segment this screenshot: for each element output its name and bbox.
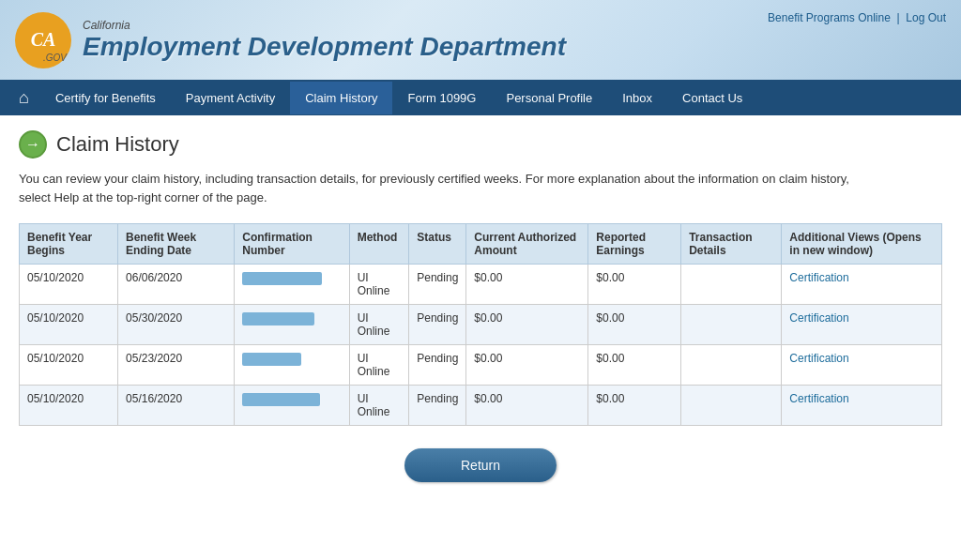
cell-reported-earnings: $0.00 — [588, 345, 681, 386]
col-current-authorized-amount: Current Authorized Amount — [466, 224, 588, 265]
redacted-confirmation — [242, 312, 314, 325]
cell-current-authorized-amount: $0.00 — [466, 265, 588, 305]
redacted-confirmation — [242, 393, 320, 406]
cell-benefit-year-begins: 05/10/2020 — [20, 305, 118, 345]
col-transaction-details: Transaction Details — [681, 224, 782, 265]
redacted-confirmation — [242, 353, 301, 366]
page-content: → Claim History You can review your clai… — [0, 115, 961, 497]
cell-additional-views[interactable]: Certification — [782, 345, 942, 386]
cell-status: Pending — [409, 265, 466, 305]
cell-confirmation-number — [235, 386, 349, 426]
col-reported-earnings: Reported Earnings — [588, 224, 681, 265]
top-right-links: Benefit Programs Online | Log Out — [768, 8, 946, 24]
cell-reported-earnings: $0.00 — [588, 305, 681, 345]
col-method: Method — [349, 224, 409, 265]
logo-area: CA .GOV California Employment Developmen… — [15, 12, 566, 68]
table-row: 05/10/202005/16/2020UI OnlinePending$0.0… — [20, 386, 942, 426]
cell-benefit-week-ending: 05/30/2020 — [118, 305, 235, 345]
certification-link[interactable]: Certification — [789, 392, 848, 405]
redacted-confirmation — [242, 272, 322, 285]
cell-benefit-year-begins: 05/10/2020 — [20, 386, 118, 426]
dept-title: Employment Development Department — [83, 32, 566, 62]
certification-link[interactable]: Certification — [789, 311, 848, 325]
ca-gov-logo: CA .GOV — [15, 12, 71, 68]
table-row: 05/10/202006/06/2020UI OnlinePending$0.0… — [20, 265, 942, 305]
page-title-icon: → — [19, 130, 47, 159]
certification-link[interactable]: Certification — [789, 271, 848, 284]
cell-current-authorized-amount: $0.00 — [466, 345, 588, 386]
cell-benefit-week-ending: 05/23/2020 — [118, 345, 235, 386]
cell-method: UI Online — [349, 265, 409, 305]
cell-reported-earnings: $0.00 — [588, 386, 681, 426]
page-title: Claim History — [56, 132, 179, 157]
dept-title-area: California Employment Development Depart… — [83, 19, 566, 62]
table-header-row: Benefit Year Begins Benefit Week Ending … — [20, 224, 942, 265]
cell-reported-earnings: $0.00 — [588, 265, 681, 305]
cell-current-authorized-amount: $0.00 — [466, 305, 588, 345]
cell-status: Pending — [409, 386, 466, 426]
cell-benefit-week-ending: 05/16/2020 — [118, 386, 235, 426]
col-additional-views: Additional Views (Opens in new window) — [782, 224, 942, 265]
col-benefit-week-ending: Benefit Week Ending Date — [118, 224, 235, 265]
claim-history-table: Benefit Year Begins Benefit Week Ending … — [19, 223, 942, 426]
nav-contact-us[interactable]: Contact Us — [667, 82, 757, 114]
nav-inbox[interactable]: Inbox — [607, 82, 667, 114]
return-btn-row: Return — [19, 448, 942, 482]
nav-payment-activity[interactable]: Payment Activity — [171, 82, 290, 114]
nav-personal-profile[interactable]: Personal Profile — [491, 82, 607, 114]
nav-bar: ⌂ Certify for Benefits Payment Activity … — [0, 80, 961, 115]
page-description: You can review your claim history, inclu… — [19, 170, 863, 206]
cell-transaction-details — [681, 386, 782, 426]
nav-home-icon[interactable]: ⌂ — [8, 81, 40, 115]
header: CA .GOV California Employment Developmen… — [0, 0, 961, 80]
table-row: 05/10/202005/30/2020UI OnlinePending$0.0… — [20, 305, 942, 345]
nav-form-1099g[interactable]: Form 1099G — [392, 82, 491, 114]
cell-method: UI Online — [349, 305, 409, 345]
cell-current-authorized-amount: $0.00 — [466, 386, 588, 426]
table-row: 05/10/202005/23/2020UI OnlinePending$0.0… — [20, 345, 942, 386]
cell-confirmation-number — [235, 345, 349, 386]
cell-transaction-details — [681, 265, 782, 305]
cell-status: Pending — [409, 345, 466, 386]
benefit-programs-link[interactable]: Benefit Programs Online — [768, 11, 891, 24]
col-status: Status — [409, 224, 466, 265]
cell-benefit-week-ending: 06/06/2020 — [118, 265, 235, 305]
cell-method: UI Online — [349, 345, 409, 386]
cell-transaction-details — [681, 345, 782, 386]
cell-method: UI Online — [349, 386, 409, 426]
cell-confirmation-number — [235, 265, 349, 305]
cell-additional-views[interactable]: Certification — [782, 305, 942, 345]
cell-benefit-year-begins: 05/10/2020 — [20, 265, 118, 305]
cell-benefit-year-begins: 05/10/2020 — [20, 345, 118, 386]
col-confirmation-number: Confirmation Number — [235, 224, 349, 265]
nav-certify-for-benefits[interactable]: Certify for Benefits — [40, 82, 171, 114]
cell-status: Pending — [409, 305, 466, 345]
cell-additional-views[interactable]: Certification — [782, 265, 942, 305]
california-label: California — [83, 19, 566, 32]
col-benefit-year-begins: Benefit Year Begins — [20, 224, 118, 265]
log-out-link[interactable]: Log Out — [906, 11, 946, 24]
nav-claim-history[interactable]: Claim History — [290, 82, 392, 114]
certification-link[interactable]: Certification — [789, 352, 848, 365]
return-button[interactable]: Return — [404, 448, 557, 482]
cell-confirmation-number — [235, 305, 349, 345]
cell-additional-views[interactable]: Certification — [782, 386, 942, 426]
cell-transaction-details — [681, 305, 782, 345]
page-title-row: → Claim History — [19, 130, 942, 159]
